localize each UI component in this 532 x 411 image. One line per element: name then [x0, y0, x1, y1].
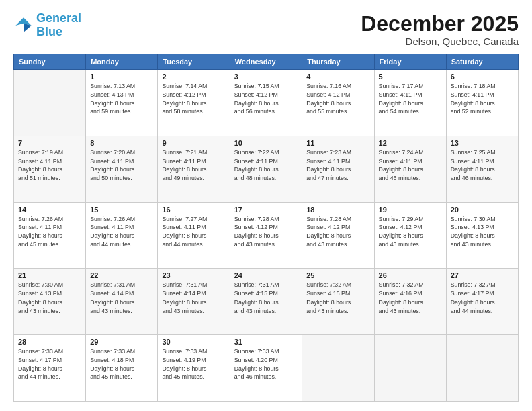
day-info: Sunrise: 7:32 AM Sunset: 4:16 PM Dayligh…	[379, 281, 442, 315]
day-cell: 2Sunrise: 7:14 AM Sunset: 4:12 PM Daylig…	[158, 70, 230, 136]
title-block: December 2025 Delson, Quebec, Canada	[361, 12, 519, 47]
day-info: Sunrise: 7:25 AM Sunset: 4:11 PM Dayligh…	[451, 148, 514, 183]
day-info: Sunrise: 7:33 AM Sunset: 4:20 PM Dayligh…	[234, 347, 298, 381]
day-number: 23	[162, 271, 225, 279]
day-cell: 6Sunrise: 7:18 AM Sunset: 4:11 PM Daylig…	[446, 70, 518, 136]
day-cell: 13Sunrise: 7:25 AM Sunset: 4:11 PM Dayli…	[446, 136, 518, 202]
day-cell: 8Sunrise: 7:20 AM Sunset: 4:11 PM Daylig…	[86, 136, 158, 202]
day-number: 2	[162, 73, 225, 81]
day-info: Sunrise: 7:19 AM Sunset: 4:11 PM Dayligh…	[18, 148, 81, 183]
day-cell: 10Sunrise: 7:22 AM Sunset: 4:11 PM Dayli…	[230, 136, 302, 202]
day-number: 27	[451, 271, 514, 279]
day-cell: 12Sunrise: 7:24 AM Sunset: 4:11 PM Dayli…	[374, 136, 446, 202]
day-info: Sunrise: 7:28 AM Sunset: 4:12 PM Dayligh…	[306, 215, 369, 249]
day-info: Sunrise: 7:20 AM Sunset: 4:11 PM Dayligh…	[90, 148, 153, 183]
day-cell: 1Sunrise: 7:13 AM Sunset: 4:13 PM Daylig…	[86, 70, 158, 136]
day-number: 24	[234, 271, 298, 279]
day-info: Sunrise: 7:31 AM Sunset: 4:15 PM Dayligh…	[234, 281, 298, 315]
day-cell: 5Sunrise: 7:17 AM Sunset: 4:11 PM Daylig…	[374, 70, 446, 136]
day-info: Sunrise: 7:16 AM Sunset: 4:12 PM Dayligh…	[306, 82, 369, 116]
day-cell	[374, 335, 446, 402]
day-cell: 22Sunrise: 7:31 AM Sunset: 4:14 PM Dayli…	[86, 269, 158, 335]
week-row-2: 7Sunrise: 7:19 AM Sunset: 4:11 PM Daylig…	[14, 136, 519, 202]
day-info: Sunrise: 7:22 AM Sunset: 4:11 PM Dayligh…	[234, 148, 298, 183]
weekday-saturday: Saturday	[446, 54, 518, 70]
day-cell: 4Sunrise: 7:16 AM Sunset: 4:12 PM Daylig…	[302, 70, 374, 136]
weekday-friday: Friday	[374, 54, 446, 70]
day-cell: 24Sunrise: 7:31 AM Sunset: 4:15 PM Dayli…	[230, 269, 302, 335]
weekday-sunday: Sunday	[14, 54, 86, 70]
day-cell: 15Sunrise: 7:26 AM Sunset: 4:11 PM Dayli…	[86, 202, 158, 269]
day-number: 21	[18, 271, 81, 279]
logo-general: General	[36, 11, 81, 25]
day-cell: 29Sunrise: 7:33 AM Sunset: 4:18 PM Dayli…	[86, 335, 158, 402]
day-cell: 30Sunrise: 7:33 AM Sunset: 4:19 PM Dayli…	[158, 335, 230, 402]
day-info: Sunrise: 7:27 AM Sunset: 4:11 PM Dayligh…	[162, 215, 225, 249]
calendar: SundayMondayTuesdayWednesdayThursdayFrid…	[13, 54, 519, 402]
week-row-1: 1Sunrise: 7:13 AM Sunset: 4:13 PM Daylig…	[14, 70, 519, 136]
day-cell: 9Sunrise: 7:21 AM Sunset: 4:11 PM Daylig…	[158, 136, 230, 202]
day-number: 25	[306, 271, 369, 279]
weekday-thursday: Thursday	[302, 54, 374, 70]
weekday-monday: Monday	[86, 54, 158, 70]
day-number: 3	[234, 73, 298, 81]
day-number: 19	[379, 205, 442, 214]
logo-text: General Blue	[36, 12, 81, 39]
day-number: 11	[306, 139, 369, 147]
day-cell: 18Sunrise: 7:28 AM Sunset: 4:12 PM Dayli…	[302, 202, 374, 269]
week-row-3: 14Sunrise: 7:26 AM Sunset: 4:11 PM Dayli…	[14, 202, 519, 269]
day-info: Sunrise: 7:29 AM Sunset: 4:12 PM Dayligh…	[379, 215, 442, 249]
day-info: Sunrise: 7:28 AM Sunset: 4:12 PM Dayligh…	[234, 215, 298, 249]
day-info: Sunrise: 7:30 AM Sunset: 4:13 PM Dayligh…	[451, 215, 514, 249]
day-info: Sunrise: 7:31 AM Sunset: 4:14 PM Dayligh…	[162, 281, 225, 315]
logo-icon	[13, 15, 34, 36]
day-info: Sunrise: 7:31 AM Sunset: 4:14 PM Dayligh…	[90, 281, 153, 315]
day-info: Sunrise: 7:23 AM Sunset: 4:11 PM Dayligh…	[306, 148, 369, 183]
weekday-tuesday: Tuesday	[158, 54, 230, 70]
day-number: 18	[306, 205, 369, 214]
day-info: Sunrise: 7:26 AM Sunset: 4:11 PM Dayligh…	[18, 215, 81, 249]
calendar-body: 1Sunrise: 7:13 AM Sunset: 4:13 PM Daylig…	[14, 70, 519, 402]
day-info: Sunrise: 7:17 AM Sunset: 4:11 PM Dayligh…	[379, 82, 442, 116]
day-info: Sunrise: 7:13 AM Sunset: 4:13 PM Dayligh…	[90, 82, 153, 116]
day-number: 7	[18, 139, 81, 147]
day-number: 15	[90, 205, 153, 214]
header: General Blue December 2025 Delson, Quebe…	[13, 12, 519, 47]
day-cell: 17Sunrise: 7:28 AM Sunset: 4:12 PM Dayli…	[230, 202, 302, 269]
day-cell: 11Sunrise: 7:23 AM Sunset: 4:11 PM Dayli…	[302, 136, 374, 202]
day-number: 31	[234, 338, 298, 346]
day-number: 28	[18, 338, 81, 346]
day-number: 22	[90, 271, 153, 279]
week-row-5: 28Sunrise: 7:33 AM Sunset: 4:17 PM Dayli…	[14, 335, 519, 402]
day-number: 17	[234, 205, 298, 214]
day-number: 20	[451, 205, 514, 214]
day-info: Sunrise: 7:26 AM Sunset: 4:11 PM Dayligh…	[90, 215, 153, 249]
day-number: 8	[90, 139, 153, 147]
day-cell	[14, 70, 86, 136]
day-cell: 21Sunrise: 7:30 AM Sunset: 4:13 PM Dayli…	[14, 269, 86, 335]
day-number: 1	[90, 73, 153, 81]
day-number: 9	[162, 139, 225, 147]
day-cell: 23Sunrise: 7:31 AM Sunset: 4:14 PM Dayli…	[158, 269, 230, 335]
day-number: 26	[379, 271, 442, 279]
logo-blue: Blue	[36, 25, 62, 38]
day-cell	[446, 335, 518, 402]
day-cell: 25Sunrise: 7:32 AM Sunset: 4:15 PM Dayli…	[302, 269, 374, 335]
weekday-wednesday: Wednesday	[230, 54, 302, 70]
day-info: Sunrise: 7:33 AM Sunset: 4:19 PM Dayligh…	[162, 347, 225, 381]
day-number: 30	[162, 338, 225, 346]
day-number: 12	[379, 139, 442, 147]
day-number: 29	[90, 338, 153, 346]
day-cell: 27Sunrise: 7:32 AM Sunset: 4:17 PM Dayli…	[446, 269, 518, 335]
day-cell: 20Sunrise: 7:30 AM Sunset: 4:13 PM Dayli…	[446, 202, 518, 269]
page: General Blue December 2025 Delson, Quebe…	[0, 0, 532, 411]
calendar-header: SundayMondayTuesdayWednesdayThursdayFrid…	[14, 54, 519, 70]
day-cell: 26Sunrise: 7:32 AM Sunset: 4:16 PM Dayli…	[374, 269, 446, 335]
sub-title: Delson, Quebec, Canada	[361, 36, 519, 47]
day-cell: 28Sunrise: 7:33 AM Sunset: 4:17 PM Dayli…	[14, 335, 86, 402]
day-cell: 3Sunrise: 7:15 AM Sunset: 4:12 PM Daylig…	[230, 70, 302, 136]
day-number: 16	[162, 205, 225, 214]
day-info: Sunrise: 7:30 AM Sunset: 4:13 PM Dayligh…	[18, 281, 81, 315]
logo: General Blue	[13, 12, 81, 39]
day-cell: 19Sunrise: 7:29 AM Sunset: 4:12 PM Dayli…	[374, 202, 446, 269]
